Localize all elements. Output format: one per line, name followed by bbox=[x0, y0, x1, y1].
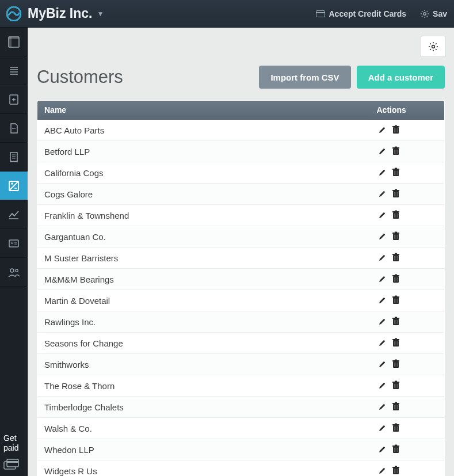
sidebar-item-receipts[interactable] bbox=[0, 143, 28, 172]
svg-rect-121 bbox=[397, 363, 398, 367]
customer-name[interactable]: Walsh & Co. bbox=[37, 418, 370, 439]
customer-name[interactable]: Timberlodge Chalets bbox=[37, 397, 370, 418]
sidebar-item-reports[interactable] bbox=[0, 200, 28, 229]
trash-icon[interactable] bbox=[391, 316, 401, 326]
trash-icon[interactable] bbox=[391, 380, 401, 390]
svg-rect-89 bbox=[394, 256, 395, 260]
svg-rect-72 bbox=[395, 192, 396, 196]
trash-icon[interactable] bbox=[391, 359, 401, 369]
table-row: Rawlings Inc. bbox=[37, 311, 445, 333]
svg-rect-82 bbox=[395, 232, 397, 233]
get-paid-promo[interactable]: Get paid bbox=[0, 429, 27, 459]
edit-icon[interactable] bbox=[377, 380, 387, 391]
edit-icon[interactable] bbox=[377, 253, 387, 263]
customer-name[interactable]: Rawlings Inc. bbox=[37, 311, 370, 333]
edit-icon[interactable] bbox=[377, 210, 387, 220]
customer-name[interactable]: Martin & Dovetail bbox=[37, 290, 370, 311]
col-actions: Actions bbox=[370, 101, 445, 120]
trash-icon[interactable] bbox=[391, 167, 401, 177]
import-csv-button[interactable]: Import from CSV bbox=[259, 66, 350, 89]
trash-icon[interactable] bbox=[391, 252, 401, 262]
app-logo[interactable] bbox=[0, 0, 28, 28]
row-actions bbox=[370, 247, 445, 269]
edit-icon[interactable] bbox=[377, 317, 387, 327]
add-customer-button[interactable]: Add a customer bbox=[357, 66, 445, 89]
trash-icon[interactable] bbox=[391, 444, 401, 454]
customer-name[interactable]: Betford LLP bbox=[37, 141, 370, 162]
svg-line-9 bbox=[427, 16, 428, 16]
row-actions bbox=[370, 439, 445, 460]
settings-tab[interactable] bbox=[421, 36, 446, 56]
edit-icon[interactable] bbox=[377, 125, 387, 135]
receipt-icon bbox=[8, 151, 20, 163]
edit-icon[interactable] bbox=[377, 189, 387, 199]
svg-rect-103 bbox=[397, 299, 398, 303]
svg-rect-136 bbox=[395, 424, 397, 425]
customer-name[interactable]: Widgets R Us bbox=[37, 460, 370, 477]
trash-icon[interactable] bbox=[391, 401, 401, 412]
svg-rect-149 bbox=[394, 469, 395, 473]
table-row: Cogs Galore bbox=[37, 184, 445, 205]
sidebar-item-payroll[interactable] bbox=[0, 258, 28, 287]
customer-name[interactable]: Whedon LLP bbox=[37, 439, 370, 460]
trash-icon[interactable] bbox=[391, 295, 401, 305]
sidebar-item-estimates[interactable] bbox=[0, 114, 28, 143]
svg-rect-76 bbox=[395, 211, 397, 212]
svg-rect-112 bbox=[395, 338, 397, 340]
edit-icon[interactable] bbox=[377, 359, 387, 370]
trash-icon[interactable] bbox=[391, 146, 401, 156]
trash-icon[interactable] bbox=[391, 273, 401, 284]
svg-rect-151 bbox=[397, 469, 398, 473]
edit-icon[interactable] bbox=[377, 231, 387, 242]
customer-name[interactable]: Franklin & Townshend bbox=[37, 205, 370, 226]
save-label: Sav bbox=[433, 9, 447, 18]
accept-credit-cards-link[interactable]: Accept Credit Cards bbox=[309, 0, 413, 28]
edit-icon[interactable] bbox=[377, 146, 387, 157]
trash-icon[interactable] bbox=[391, 337, 401, 348]
sidebar-item-business-card[interactable] bbox=[0, 229, 28, 258]
edit-icon[interactable] bbox=[377, 402, 387, 412]
row-actions bbox=[370, 311, 445, 333]
trash-icon[interactable] bbox=[391, 210, 401, 220]
customer-name[interactable]: The Rose & Thorn bbox=[37, 375, 370, 397]
col-name[interactable]: Name bbox=[37, 101, 370, 120]
people-icon bbox=[7, 266, 20, 278]
row-actions bbox=[370, 397, 445, 418]
trash-icon[interactable] bbox=[391, 465, 401, 475]
trash-icon[interactable] bbox=[391, 188, 401, 199]
edit-icon[interactable] bbox=[377, 338, 387, 348]
trash-icon[interactable] bbox=[391, 124, 401, 135]
sidebar-item-accounting[interactable] bbox=[0, 172, 28, 200]
customer-name[interactable]: M Suster Barristers bbox=[37, 247, 370, 269]
svg-rect-54 bbox=[395, 128, 396, 132]
customer-name[interactable]: Gargantuan Co. bbox=[37, 226, 370, 247]
edit-icon[interactable] bbox=[377, 466, 387, 476]
edit-icon[interactable] bbox=[377, 167, 387, 178]
accept-credit-cards-label: Accept Credit Cards bbox=[329, 9, 406, 18]
sidebar-item-dashboard[interactable] bbox=[0, 28, 28, 56]
trash-icon[interactable] bbox=[391, 231, 401, 241]
trash-icon[interactable] bbox=[391, 422, 401, 433]
table-row: Gargantuan Co. bbox=[37, 226, 445, 247]
edit-icon[interactable] bbox=[377, 423, 387, 433]
svg-line-10 bbox=[422, 16, 422, 16]
row-actions bbox=[370, 141, 445, 162]
edit-icon[interactable] bbox=[377, 444, 387, 455]
sidebar-item-add-invoice[interactable] bbox=[0, 85, 28, 114]
customer-name[interactable]: ABC Auto Parts bbox=[37, 120, 370, 141]
svg-rect-2 bbox=[316, 12, 325, 13]
company-switcher[interactable]: MyBiz Inc. ▼ bbox=[28, 6, 104, 21]
edit-icon[interactable] bbox=[377, 295, 387, 306]
id-card-icon bbox=[8, 238, 20, 249]
svg-rect-139 bbox=[397, 427, 398, 431]
customer-name[interactable]: California Cogs bbox=[37, 162, 370, 184]
edit-icon[interactable] bbox=[377, 274, 387, 284]
customer-name[interactable]: Seasons for Change bbox=[37, 333, 370, 354]
save-link[interactable]: Sav bbox=[413, 0, 454, 28]
customer-name[interactable]: Cogs Galore bbox=[37, 184, 370, 205]
svg-rect-138 bbox=[395, 427, 396, 431]
customer-name[interactable]: M&M&M Bearings bbox=[37, 269, 370, 290]
sidebar-item-transactions[interactable] bbox=[0, 56, 28, 85]
svg-rect-137 bbox=[394, 427, 395, 431]
customer-name[interactable]: Smithworks bbox=[37, 354, 370, 375]
